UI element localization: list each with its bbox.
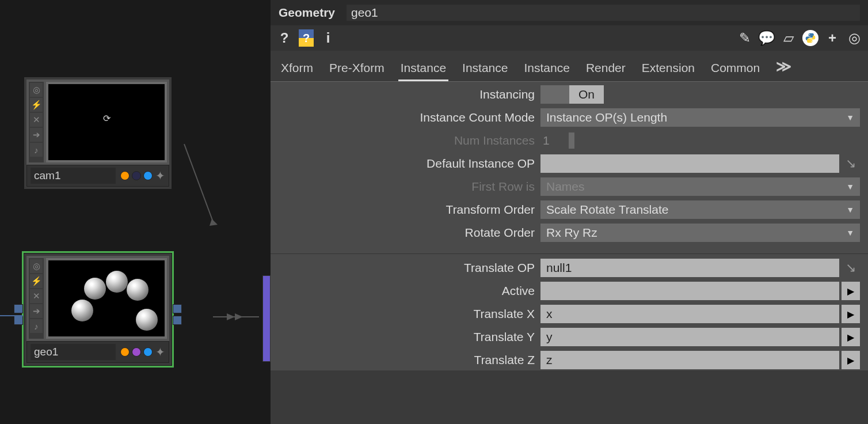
plus-icon[interactable]: + <box>824 29 840 47</box>
menu-play-icon[interactable]: ▶ <box>842 282 860 300</box>
pencil-icon[interactable]: ✎ <box>737 29 753 47</box>
input-translate-op[interactable] <box>540 259 839 277</box>
node-name-field[interactable]: geo1 <box>31 344 116 360</box>
dropdown-instance-count-mode[interactable]: Instance OP(s) Length ▼ <box>540 108 860 127</box>
node-geo1[interactable]: ◎ ⚡ ✕ ➔ ♪ geo1 <box>24 253 172 365</box>
tab-xform[interactable]: Xform <box>279 58 315 81</box>
slider-num-instances <box>560 131 860 150</box>
chevron-down-icon: ▼ <box>846 205 854 214</box>
tab-extension[interactable]: Extension <box>639 58 697 81</box>
plus-icon[interactable]: ✦ <box>155 171 165 181</box>
network-editor-panel[interactable]: ◎ ⚡ ✕ ➔ ♪ ⟳ cam1 ✦ <box>0 0 271 424</box>
bolt-icon[interactable]: ⚡ <box>30 98 43 112</box>
input-translate-x[interactable] <box>540 305 839 323</box>
link-arrow-icon[interactable]: ↘ <box>842 259 860 277</box>
svg-marker-1 <box>210 219 218 226</box>
x-icon[interactable]: ✕ <box>30 289 43 303</box>
param-label-instance-count-mode: Instance Count Mode <box>279 111 540 124</box>
tab-pre-xform[interactable]: Pre-Xform <box>327 58 387 81</box>
notebook-icon[interactable]: ▱ <box>781 29 797 47</box>
input-active[interactable] <box>540 282 839 300</box>
svg-marker-4 <box>235 313 243 320</box>
node-input-port[interactable] <box>14 316 23 325</box>
param-label-translate-op: Translate OP <box>279 261 540 275</box>
arrow-right-icon[interactable]: ➔ <box>30 304 43 318</box>
parameter-tabs: Xform Pre-Xform Instance Instance Instan… <box>271 51 868 82</box>
node-hidden[interactable] <box>262 275 271 362</box>
dropdown-first-row-is: Names ▼ <box>540 177 860 196</box>
chevron-down-icon: ▼ <box>846 182 854 191</box>
chevron-down-icon: ▼ <box>846 228 854 237</box>
param-label-instancing: Instancing <box>279 88 540 101</box>
target-icon[interactable]: ◎ <box>30 259 43 273</box>
dropdown-transform-order[interactable]: Scale Rotate Translate ▼ <box>540 200 860 219</box>
param-label-transform-order: Transform Order <box>279 203 540 217</box>
tabs-overflow-icon[interactable]: ≫ <box>774 58 794 81</box>
input-translate-y[interactable] <box>540 328 839 346</box>
help-question-icon[interactable]: ? <box>276 29 292 47</box>
input-translate-z[interactable] <box>540 351 839 369</box>
tab-render[interactable]: Render <box>584 58 628 81</box>
param-label-translate-z: Translate Z <box>279 353 540 367</box>
comment-icon[interactable]: 💬 <box>759 29 775 47</box>
parameter-toolbar: ? ? i ✎ 💬 ▱ + ◎ <box>271 25 868 51</box>
chevron-down-icon: ▼ <box>846 113 854 122</box>
svg-line-0 <box>184 144 214 225</box>
node-viewer-cam1[interactable]: ⟳ <box>46 82 167 162</box>
num-instances-value: 1 <box>540 134 558 147</box>
param-label-rotate-order: Rotate Order <box>279 226 540 240</box>
node-side-icons: ◎ ⚡ ✕ ➔ ♪ <box>29 258 44 339</box>
tab-instance-2[interactable]: Instance <box>460 58 510 81</box>
menu-play-icon[interactable]: ▶ <box>842 351 860 369</box>
tab-instance[interactable]: Instance <box>398 58 448 81</box>
target-icon[interactable]: ◎ <box>846 29 862 47</box>
node-viewer-geo1[interactable] <box>46 258 167 339</box>
input-default-instance-op[interactable] <box>540 154 839 173</box>
param-label-num-instances: Num Instances <box>279 134 540 147</box>
flag-pickable[interactable] <box>143 171 153 180</box>
tab-common[interactable]: Common <box>709 58 762 81</box>
menu-play-icon[interactable]: ▶ <box>842 328 860 346</box>
node-cam1[interactable]: ◎ ⚡ ✕ ➔ ♪ ⟳ cam1 ✦ <box>24 77 172 189</box>
flag-render[interactable] <box>132 171 141 180</box>
param-label-translate-y: Translate Y <box>279 330 540 344</box>
x-icon[interactable]: ✕ <box>30 113 43 127</box>
op-type-label: Geometry <box>279 6 335 20</box>
parameter-header: Geometry geo1 <box>271 0 868 25</box>
note-icon[interactable]: ♪ <box>30 143 43 157</box>
flag-display[interactable] <box>120 347 130 357</box>
node-output-port[interactable] <box>173 316 182 325</box>
link-arrow-icon[interactable]: ↘ <box>842 154 860 173</box>
note-icon[interactable]: ♪ <box>30 319 43 333</box>
param-label-active: Active <box>279 284 540 298</box>
node-output-port[interactable] <box>173 304 182 313</box>
svg-marker-3 <box>227 313 235 320</box>
toggle-instancing[interactable]: On <box>540 85 604 104</box>
plus-icon[interactable]: ✦ <box>155 347 165 357</box>
flag-pickable[interactable] <box>143 347 153 357</box>
svg-point-6 <box>809 34 810 35</box>
parameter-body: Instancing On Instance Count Mode Instan… <box>271 82 868 370</box>
param-label-translate-x: Translate X <box>279 307 540 321</box>
menu-play-icon[interactable]: ▶ <box>842 305 860 323</box>
target-icon[interactable]: ◎ <box>30 83 43 97</box>
svg-point-7 <box>811 41 812 43</box>
python-icon[interactable] <box>802 29 818 47</box>
tab-instance-3[interactable]: Instance <box>521 58 572 81</box>
op-name-field[interactable]: geo1 <box>347 5 860 21</box>
parameter-panel: Geometry geo1 ? ? i ✎ 💬 ▱ + ◎ Xform Pre-… <box>271 0 868 424</box>
help-card-icon[interactable]: ? <box>298 29 314 47</box>
node-input-port[interactable] <box>14 304 23 313</box>
param-label-default-instance-op: Default Instance OP <box>279 157 540 171</box>
flag-display[interactable] <box>120 171 130 180</box>
arrow-right-icon[interactable]: ➔ <box>30 128 43 142</box>
node-side-icons: ◎ ⚡ ✕ ➔ ♪ <box>29 82 44 162</box>
bolt-icon[interactable]: ⚡ <box>30 274 43 288</box>
dropdown-rotate-order[interactable]: Rx Ry Rz ▼ <box>540 224 860 242</box>
node-name-field[interactable]: cam1 <box>31 168 116 184</box>
info-icon[interactable]: i <box>320 29 336 47</box>
param-label-first-row-is: First Row is <box>279 180 540 194</box>
flag-render[interactable] <box>132 347 141 357</box>
